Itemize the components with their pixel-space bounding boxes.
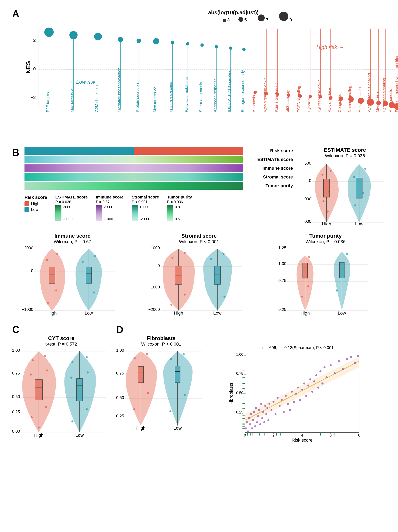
stromal-gradient (132, 205, 138, 221)
svg-point-88 (364, 168, 366, 170)
figure-container: A abs(log10(p.adjust)) 3 5 7 9 NES 2 0 −… (0, 0, 398, 454)
legend-stromal-title: Stromal score (132, 195, 159, 200)
xlabel-fatty: Fatty acid metabolism (184, 75, 189, 112)
svg-point-252 (249, 423, 251, 425)
low-risk-label: ← Low risk (69, 79, 96, 85)
panel-c: C CYT score t-test, P = 0.572 1.00 0.75 … (12, 324, 110, 445)
dot-e2f (44, 28, 54, 37)
svg-point-305 (350, 356, 352, 358)
svg-point-190 (86, 356, 88, 358)
xlabel-angio: Angiogenesis (388, 89, 393, 112)
panel-a-label: A (12, 8, 19, 19)
svg-text:0.75: 0.75 (12, 371, 20, 375)
svg-text:0.25: 0.25 (278, 307, 286, 312)
svg-text:0.75: 0.75 (116, 371, 124, 375)
legend-estimate-p: P = 0.036 (55, 200, 88, 204)
stromal-bar: Stromal score (25, 173, 243, 181)
xlabel-apical-junc: Apical junction (357, 87, 362, 112)
svg-point-106 (55, 290, 57, 291)
legend-tumor-title: Tumor purity (167, 195, 192, 200)
svg-point-220 (184, 394, 186, 396)
panel-cd-row: C CYT score t-test, P = 0.572 1.00 0.75 … (12, 324, 386, 445)
xlabel-wnt: Wntβ catenin signaling (367, 73, 371, 112)
svg-point-113 (82, 261, 84, 263)
stromal-violin-subtitle: Wilcoxon, P < 0.001 (139, 239, 259, 244)
svg-point-279 (285, 395, 287, 397)
immune-bar-grad (25, 165, 243, 172)
dot-myc-v1 (69, 31, 77, 39)
heatmap-label-estimate: ESTIMATE score (257, 157, 293, 162)
legend-estimate: ESTIMATE score P = 0.036 3000 -3000 (55, 195, 88, 221)
immune-max: 2000 (104, 205, 113, 209)
svg-text:0.50: 0.50 (236, 391, 243, 395)
svg-point-112 (94, 255, 96, 257)
svg-point-250 (247, 431, 249, 432)
legend-risk-high: High (25, 201, 47, 206)
scatter-title: n = 606, r = 0.18(Spearman), P < 0.001 (210, 345, 386, 350)
svg-rect-84 (356, 178, 362, 198)
svg-text:Low: Low (85, 310, 93, 316)
xlabel-uv: UV response down (317, 79, 321, 112)
xlabel-kras-down: Kras signaling down (263, 77, 267, 112)
svg-point-299 (326, 376, 327, 378)
svg-point-184 (31, 416, 33, 418)
svg-point-260 (257, 415, 259, 417)
panel-c-title: CYT score (12, 335, 110, 342)
xlabel-hedgehog: Hedgehog signaling (382, 78, 386, 112)
legend-immune-p: P = 0.67 (96, 200, 124, 204)
svg-point-130 (171, 257, 173, 259)
svg-text:−2000: −2000 (148, 307, 160, 312)
dot-estrogen (242, 48, 245, 51)
xlabel-myo: Myogenesis (375, 92, 379, 112)
svg-rect-175 (35, 380, 42, 400)
svg-point-139 (224, 296, 225, 298)
panel-c-subtitle: t-test, P = 0.572 (12, 342, 110, 347)
svg-text:High: High (47, 310, 57, 316)
svg-point-253 (250, 413, 252, 415)
svg-text:1.25: 1.25 (278, 246, 286, 250)
svg-point-256 (253, 411, 255, 413)
svg-text:0: 0 (31, 268, 33, 273)
estimate-min: -3000 (63, 217, 72, 221)
svg-rect-157 (340, 262, 344, 278)
svg-point-276 (279, 405, 281, 407)
svg-point-248 (245, 427, 247, 429)
svg-point-132 (170, 304, 173, 306)
svg-point-195 (71, 420, 73, 423)
risk-low-swatch (25, 207, 29, 212)
svg-point-263 (260, 403, 262, 405)
legend-stromal-p: P < 0.001 (132, 200, 159, 204)
panel-c-label: C (12, 324, 110, 335)
svg-text:1.00: 1.00 (12, 348, 20, 353)
svg-text:0.25: 0.25 (116, 414, 124, 418)
estimate-violin-title: ESTIMATE score (304, 147, 386, 153)
immune-violin-title: Immune score (12, 233, 133, 239)
svg-text:Fibroblasts: Fibroblasts (229, 383, 234, 405)
svg-point-192 (87, 371, 89, 374)
svg-text:−2: −2 (31, 95, 36, 100)
heatmap-bars: Risk score ESTIMATE score Immune score (25, 147, 243, 190)
svg-point-273 (272, 401, 275, 403)
tumor-max: 0.9 (175, 205, 180, 209)
xlabel-apical-surf: Apical surface (327, 88, 331, 112)
panel-b-label: B (12, 147, 19, 158)
svg-point-296 (319, 370, 321, 372)
svg-point-264 (261, 417, 263, 419)
xlabel-myc-v2: Myc targets v2 (153, 87, 157, 112)
estimate-violin-svg: 2500 0 −2000 −4000 (304, 161, 386, 226)
svg-rect-186 (77, 379, 83, 401)
svg-point-137 (223, 253, 225, 255)
svg-text:Low: Low (338, 310, 346, 316)
svg-point-185 (38, 427, 40, 429)
dot-fatty-acid (186, 42, 189, 45)
stromal-violin-svg: 1000 0 −1000 −2000 (139, 246, 259, 317)
svg-point-156 (301, 296, 303, 298)
svg-point-269 (266, 407, 268, 409)
svg-point-258 (255, 407, 257, 409)
xlabel-kras-up: Kras signaling up (274, 82, 278, 112)
legend-stromal: Stromal score P < 0.001 1000 -2000 (132, 195, 159, 221)
svg-point-251 (248, 417, 250, 419)
svg-point-292 (311, 391, 313, 393)
xlabel-emt: Epithelial mesenchymal transition (395, 55, 398, 112)
svg-text:−1000: −1000 (22, 307, 33, 312)
